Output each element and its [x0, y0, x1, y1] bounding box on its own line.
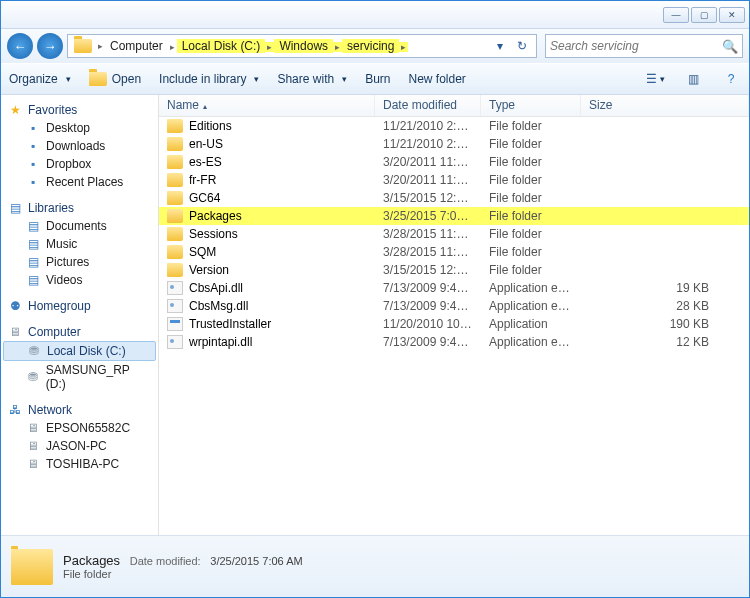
- drv-icon: 🖥: [25, 421, 41, 435]
- tree-item[interactable]: ▪Recent Places: [3, 173, 156, 191]
- address-bar[interactable]: ▸ Computer▸Local Disk (C:)▸Windows▸servi…: [67, 34, 537, 58]
- maximize-button[interactable]: ▢: [691, 7, 717, 23]
- file-row[interactable]: GC643/15/2015 12:27 PMFile folder: [159, 189, 749, 207]
- back-button[interactable]: ←: [7, 33, 33, 59]
- preview-pane-button[interactable]: ▥: [683, 70, 703, 88]
- homegroup-icon: ⚉: [7, 299, 23, 313]
- lib-icon: ▤: [25, 273, 41, 287]
- drv-icon: 🖥: [25, 439, 41, 453]
- folder-icon: [167, 263, 183, 277]
- minimize-button[interactable]: —: [663, 7, 689, 23]
- file-row[interactable]: wrpintapi.dll7/13/2009 9:42 PMApplicatio…: [159, 333, 749, 351]
- search-box[interactable]: 🔍: [545, 34, 743, 58]
- network-group[interactable]: 🖧Network: [3, 401, 156, 419]
- organize-menu[interactable]: Organize: [9, 72, 71, 86]
- lib-icon: ▤: [25, 237, 41, 251]
- lib-icon: ▪: [25, 157, 41, 171]
- tree-item[interactable]: ▪Dropbox: [3, 155, 156, 173]
- folder-icon: [167, 191, 183, 205]
- tree-item[interactable]: 🖥JASON-PC: [3, 437, 156, 455]
- toolbar: Organize Open Include in library Share w…: [1, 63, 749, 95]
- search-icon[interactable]: 🔍: [722, 39, 738, 54]
- breadcrumb-seg-0[interactable]: Computer: [105, 39, 168, 53]
- file-list: Name Date modified Type Size Editions11/…: [159, 95, 749, 535]
- folder-icon: [167, 245, 183, 259]
- dll-icon: [167, 299, 183, 313]
- tree-item[interactable]: ▤Pictures: [3, 253, 156, 271]
- breadcrumb-seg-1[interactable]: Local Disk (C:): [177, 39, 266, 53]
- col-size[interactable]: Size: [581, 95, 749, 116]
- chevron-right-icon[interactable]: ▸: [333, 42, 342, 52]
- drv-icon: ⛃: [26, 344, 42, 358]
- file-row[interactable]: CbsMsg.dll7/13/2009 9:40 PMApplication e…: [159, 297, 749, 315]
- address-dropdown-button[interactable]: ▾: [490, 36, 510, 56]
- chevron-right-icon[interactable]: ▸: [168, 42, 177, 52]
- titlebar: — ▢ ✕: [1, 1, 749, 29]
- exe-icon: [167, 317, 183, 331]
- open-button[interactable]: Open: [89, 72, 141, 86]
- dll-icon: [167, 281, 183, 295]
- star-icon: ★: [7, 103, 23, 117]
- nav-tree: ★Favorites ▪Desktop▪Downloads▪Dropbox▪Re…: [1, 95, 159, 535]
- burn-button[interactable]: Burn: [365, 72, 390, 86]
- col-type[interactable]: Type: [481, 95, 581, 116]
- new-folder-button[interactable]: New folder: [409, 72, 466, 86]
- file-row[interactable]: Version3/15/2015 12:42 PMFile folder: [159, 261, 749, 279]
- lib-icon: ▪: [25, 139, 41, 153]
- dll-icon: [167, 335, 183, 349]
- file-row[interactable]: Sessions3/28/2015 11:47 AMFile folder: [159, 225, 749, 243]
- folder-icon: [167, 155, 183, 169]
- share-with-menu[interactable]: Share with: [277, 72, 347, 86]
- file-row[interactable]: SQM3/28/2015 11:47 AMFile folder: [159, 243, 749, 261]
- open-label: Open: [112, 72, 141, 86]
- tree-item[interactable]: ▤Music: [3, 235, 156, 253]
- file-row[interactable]: fr-FR3/20/2011 11:10 PMFile folder: [159, 171, 749, 189]
- tree-item[interactable]: 🖥EPSON65582C: [3, 419, 156, 437]
- drv-icon: 🖥: [25, 457, 41, 471]
- open-folder-icon: [89, 72, 107, 86]
- computer-group[interactable]: 🖥Computer: [3, 323, 156, 341]
- file-row[interactable]: es-ES3/20/2011 11:25 PMFile folder: [159, 153, 749, 171]
- lib-icon: ▤: [25, 255, 41, 269]
- lib-icon: ▪: [25, 175, 41, 189]
- folder-icon: [167, 227, 183, 241]
- file-row[interactable]: en-US11/21/2010 2:06 AMFile folder: [159, 135, 749, 153]
- col-name[interactable]: Name: [159, 95, 375, 116]
- tree-item[interactable]: ⛃SAMSUNG_RP (D:): [3, 361, 156, 393]
- details-type: File folder: [63, 568, 303, 580]
- tree-item[interactable]: ▤Videos: [3, 271, 156, 289]
- chevron-right-icon[interactable]: ▸: [399, 42, 408, 52]
- refresh-button[interactable]: ↻: [512, 36, 532, 56]
- chevron-right-icon[interactable]: ▸: [96, 41, 105, 51]
- close-button[interactable]: ✕: [719, 7, 745, 23]
- tree-item[interactable]: ▤Documents: [3, 217, 156, 235]
- file-row[interactable]: Packages3/25/2015 7:06 AMFile folder: [159, 207, 749, 225]
- folder-icon: [167, 119, 183, 133]
- homegroup-group[interactable]: ⚉Homegroup: [3, 297, 156, 315]
- col-date[interactable]: Date modified: [375, 95, 481, 116]
- file-row[interactable]: TrustedInstaller11/20/2010 10:24 ...Appl…: [159, 315, 749, 333]
- breadcrumb-seg-3[interactable]: servicing: [342, 39, 399, 53]
- include-library-menu[interactable]: Include in library: [159, 72, 259, 86]
- file-row[interactable]: Editions11/21/2010 2:17 AMFile folder: [159, 117, 749, 135]
- breadcrumb-seg-2[interactable]: Windows: [274, 39, 333, 53]
- favorites-group[interactable]: ★Favorites: [3, 101, 156, 119]
- libraries-group[interactable]: ▤Libraries: [3, 199, 156, 217]
- tree-item[interactable]: ⛃Local Disk (C:): [3, 341, 156, 361]
- tree-item[interactable]: 🖥TOSHIBA-PC: [3, 455, 156, 473]
- tree-item[interactable]: ▪Downloads: [3, 137, 156, 155]
- tree-item[interactable]: ▪Desktop: [3, 119, 156, 137]
- computer-icon: 🖥: [7, 325, 23, 339]
- folder-icon: [167, 137, 183, 151]
- forward-button[interactable]: →: [37, 33, 63, 59]
- file-row[interactable]: CbsApi.dll7/13/2009 9:40 PMApplication e…: [159, 279, 749, 297]
- view-menu[interactable]: ☰: [645, 70, 665, 88]
- folder-icon: [167, 173, 183, 187]
- folder-icon: [74, 39, 92, 53]
- network-icon: 🖧: [7, 403, 23, 417]
- search-input[interactable]: [550, 39, 722, 53]
- details-mod-label: Date modified:: [130, 555, 201, 567]
- libraries-icon: ▤: [7, 201, 23, 215]
- help-button[interactable]: ?: [721, 70, 741, 88]
- content-area: ★Favorites ▪Desktop▪Downloads▪Dropbox▪Re…: [1, 95, 749, 535]
